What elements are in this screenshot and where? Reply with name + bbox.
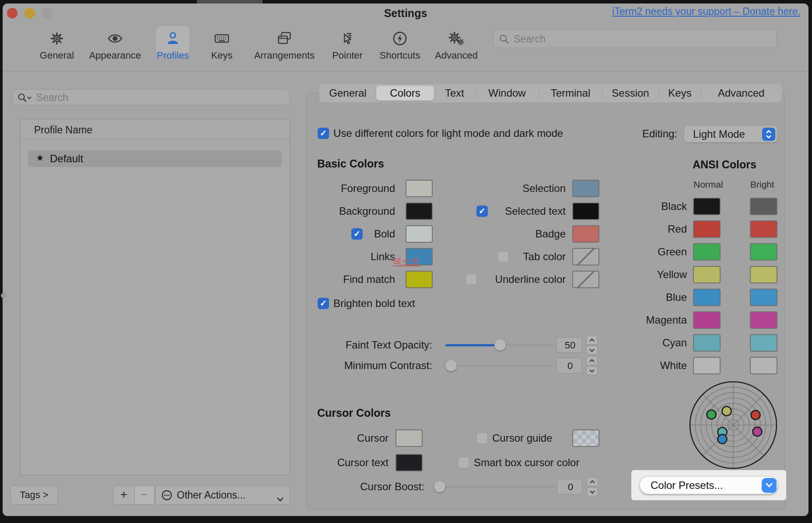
window-edge-dot	[1, 293, 6, 298]
background-color-well[interactable]	[406, 202, 433, 220]
faint-opacity-input[interactable]	[557, 338, 583, 353]
ansi-magenta-normal-well[interactable]	[693, 311, 721, 329]
tab-text[interactable]: Text	[424, 84, 485, 102]
badge-color-well[interactable]	[572, 225, 599, 243]
ansi-black-normal-well[interactable]	[693, 198, 721, 215]
min-contrast-field[interactable]	[556, 358, 582, 373]
gear-icon	[49, 31, 65, 46]
ansi-white-normal-well[interactable]	[693, 357, 721, 374]
faint-opacity-thumb[interactable]	[494, 339, 506, 351]
toolbar-search[interactable]	[493, 29, 777, 48]
faint-opacity-label: Faint Text Opacity:	[315, 338, 432, 352]
cursor-label: Cursor	[306, 432, 388, 445]
underline-color-checkbox[interactable]	[466, 274, 477, 285]
ansi-cyan-normal-well[interactable]	[693, 334, 721, 352]
cursor-boost-stepper[interactable]	[587, 477, 598, 496]
ansi-black-bright-well[interactable]	[750, 198, 777, 215]
toolbar-item-appearance[interactable]: Appearance	[82, 26, 148, 61]
ansi-magenta-bright-well[interactable]	[750, 311, 777, 329]
toolbar-item-shortcuts[interactable]: Shortcuts	[367, 26, 433, 61]
ansi-green-normal-well[interactable]	[693, 243, 721, 261]
add-profile-button[interactable]: +	[113, 486, 134, 504]
toolbar-search-input[interactable]	[513, 30, 727, 49]
min-contrast-input[interactable]	[557, 358, 583, 374]
wheel-dot-yellow	[722, 407, 732, 416]
min-contrast-thumb[interactable]	[445, 360, 457, 371]
ansi-white-bright-well[interactable]	[750, 357, 777, 374]
add-remove-group: + −	[113, 485, 154, 505]
selected-text-checkbox[interactable]: ✓	[476, 206, 488, 217]
cursor-guide-label: Cursor guide	[492, 432, 552, 445]
tab-advanced[interactable]: Advanced	[710, 84, 772, 102]
chevron-down-icon	[762, 478, 777, 493]
selection-color-well[interactable]	[572, 180, 599, 197]
tab-keys[interactable]: Keys	[649, 84, 710, 102]
cursor-text-color-well[interactable]	[396, 454, 423, 471]
cursor-text-label: Cursor text	[306, 456, 388, 469]
ansi-yellow-bright-well[interactable]	[750, 266, 777, 283]
star-icon: ★	[36, 153, 44, 163]
ansi-yellow-label: Yellow	[608, 268, 687, 281]
cursor-boost-field[interactable]	[557, 479, 582, 495]
cursor-boost-slider[interactable]	[433, 486, 554, 488]
badge-label: Badge	[481, 227, 566, 241]
tags-button[interactable]: Tags >	[10, 485, 58, 505]
screenshot-root: Settings iTerm2 needs your support – Don…	[0, 0, 812, 523]
toolbar-item-general[interactable]: General	[24, 26, 90, 61]
profile-search[interactable]	[12, 89, 290, 105]
bold-color-well[interactable]	[406, 225, 433, 243]
tab-window[interactable]: Window	[476, 84, 538, 102]
other-actions-dropdown[interactable]: Other Actions...	[155, 485, 290, 505]
ansi-red-normal-well[interactable]	[693, 220, 721, 238]
cursor-boost-thumb[interactable]	[434, 481, 445, 492]
remove-profile-button[interactable]: −	[134, 486, 154, 504]
min-contrast-stepper[interactable]	[586, 356, 598, 375]
faint-opacity-stepper[interactable]	[586, 335, 598, 355]
underline-color-label: Underline color	[479, 273, 566, 286]
find-match-color-well[interactable]	[406, 271, 433, 288]
cursor-color-well[interactable]	[396, 429, 423, 447]
ansi-cyan-bright-well[interactable]	[750, 334, 777, 352]
ansi-cyan-label: Cyan	[608, 336, 687, 349]
foreground-color-well[interactable]	[406, 180, 433, 197]
ansi-green-bright-well[interactable]	[750, 243, 777, 261]
profile-search-input[interactable]	[35, 90, 245, 106]
min-contrast-label: Minimum Contrast:	[315, 359, 432, 372]
ansi-black-label: Black	[608, 200, 687, 213]
cursor-guide-color-well[interactable]	[572, 429, 599, 447]
min-contrast-slider[interactable]	[445, 365, 554, 367]
search-filter-icon	[18, 93, 32, 105]
cursor-guide-checkbox[interactable]	[476, 432, 488, 444]
light-dark-mode-checkbox[interactable]: ✓	[318, 128, 329, 139]
tab-terminal[interactable]: Terminal	[540, 84, 601, 102]
updown-chevrons-icon	[762, 128, 775, 141]
profile-name: Default	[50, 153, 83, 165]
selected-text-color-well[interactable]	[572, 202, 599, 220]
tab-color-well-empty[interactable]	[572, 248, 599, 265]
toolbar-item-arrangements[interactable]: Arrangements	[252, 26, 317, 61]
bold-checkbox[interactable]: ✓	[351, 228, 363, 240]
ansi-magenta-label: Magenta	[608, 314, 687, 327]
toolbar-item-advanced[interactable]: Advanced	[424, 26, 489, 61]
tab-general[interactable]: General	[317, 84, 378, 102]
search-icon	[499, 34, 509, 46]
cursor-colors-heading: Cursor Colors	[317, 407, 391, 419]
faint-opacity-fill	[445, 344, 500, 346]
ansi-yellow-normal-well[interactable]	[693, 266, 721, 283]
ansi-blue-normal-well[interactable]	[693, 289, 721, 306]
brighten-bold-checkbox[interactable]: ✓	[318, 298, 329, 309]
smart-box-cursor-checkbox[interactable]	[458, 457, 469, 468]
editing-mode-dropdown[interactable]: Light Mode	[684, 126, 777, 143]
underline-color-well-empty[interactable]	[572, 271, 599, 288]
cursor-boost-input[interactable]	[557, 479, 584, 495]
donate-link[interactable]: iTerm2 needs your support – Donate here.	[612, 6, 801, 17]
color-presets-dropdown[interactable]: Color Presets...	[640, 476, 778, 494]
ansi-red-bright-well[interactable]	[750, 220, 777, 238]
list-header-divider	[20, 139, 290, 139]
profile-row-default[interactable]: ★ Default	[28, 150, 282, 167]
foreground-label: Foreground	[306, 182, 395, 195]
faint-opacity-field[interactable]	[556, 337, 582, 353]
toolbar-item-keys[interactable]: Keys	[189, 26, 255, 61]
links-label: Links	[306, 250, 395, 263]
ansi-blue-bright-well[interactable]	[750, 289, 777, 306]
